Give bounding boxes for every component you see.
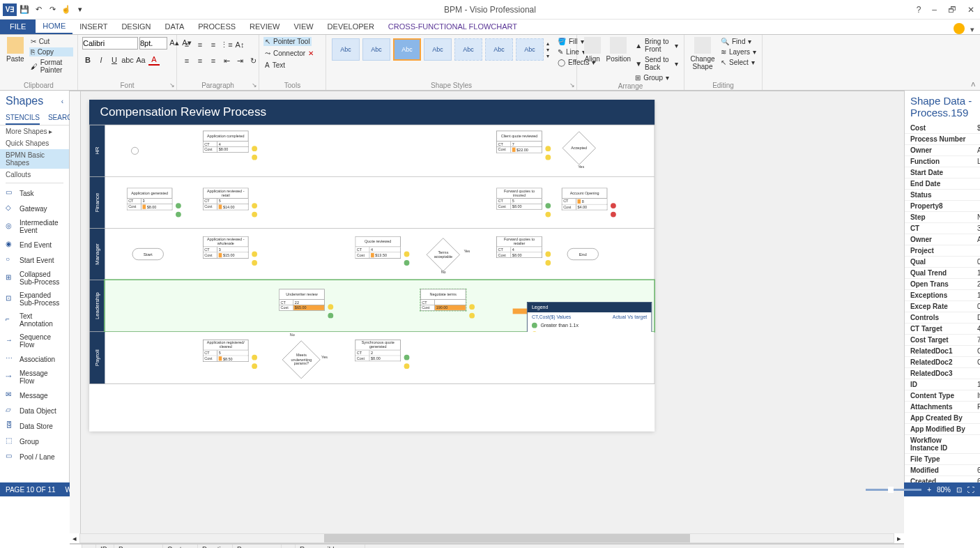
shape-data-row[interactable]: StepNegotiate terms <box>905 212 980 223</box>
help-icon[interactable]: ? <box>914 3 924 16</box>
node-sync-quote[interactable]: Synchronous quote generated CT2 Cost$8.0… <box>355 340 401 361</box>
shape-data-row[interactable]: Modified6/10/2013 <box>905 465 980 476</box>
start-event-icon[interactable] <box>131 147 139 155</box>
grid-header[interactable]: Process <box>233 545 282 548</box>
shape-data-row[interactable]: Created6/10/2013 <box>905 476 980 482</box>
tab-design[interactable]: DESIGN <box>114 19 158 34</box>
style-swatch-5[interactable]: Abc <box>454 38 482 61</box>
style-gallery-more-icon[interactable]: ▾ <box>546 53 549 59</box>
shape-item-sequence-flow[interactable]: →Sequence Flow <box>0 330 69 351</box>
shape-item-group[interactable]: ⬚Group <box>0 434 69 449</box>
select-button[interactable]: ↖ Select ▾ <box>719 58 758 67</box>
grid-header[interactable]: Duration <box>198 545 233 548</box>
grid-header[interactable] <box>82 545 96 548</box>
undo-icon[interactable]: ↶ <box>32 3 45 16</box>
shapestyles-dialog-launcher[interactable]: ↘ <box>569 82 575 89</box>
shape-data-row[interactable]: RelatedDoc1Original Terms <box>905 346 980 357</box>
start-terminator[interactable]: Start <box>132 248 164 260</box>
shape-data-row[interactable]: Process Number <box>905 134 980 145</box>
shape-data-row[interactable]: ID12 <box>905 379 980 390</box>
shape-data-row[interactable]: FunctionLeadership <box>905 156 980 167</box>
lane-manager[interactable]: Manager Start Application reviewed - who… <box>90 229 654 280</box>
shape-data-row[interactable]: ControlsDX <box>905 312 980 324</box>
drawing-page[interactable]: Compensation Review Process HR Applicati… <box>89 100 654 432</box>
shape-data-row[interactable]: Exceptions12 <box>905 290 980 301</box>
send-to-back-button[interactable]: ▼ Send to Back ▾ <box>634 55 680 72</box>
style-gallery-down-icon[interactable]: ▾ <box>546 47 549 53</box>
redo-icon[interactable]: ↷ <box>46 3 59 16</box>
format-painter-button[interactable]: 🖌 Format Painter <box>29 58 73 75</box>
visio-app-icon[interactable]: V∃ <box>3 3 17 16</box>
style-gallery-up-icon[interactable]: ▴ <box>546 40 549 47</box>
pointer-tool-button[interactable]: ↖ Pointer Tool <box>263 37 312 46</box>
style-swatch-1[interactable]: Abc <box>332 38 360 61</box>
align-left-icon[interactable]: ≡ <box>181 55 192 66</box>
shape-data-row[interactable]: Open Trans22 <box>905 279 980 290</box>
node-app-reviewed-retail[interactable]: Application reviewed - retail CT5 Cost$1… <box>203 188 249 210</box>
stencil-callouts[interactable]: Callouts <box>0 169 69 181</box>
change-shape-button[interactable]: Change Shape <box>689 37 717 70</box>
shape-data-row[interactable]: End Date <box>905 178 980 190</box>
feedback-smiley-icon[interactable] <box>954 23 965 34</box>
shape-item-gateway[interactable]: ◇Gateway <box>0 201 69 216</box>
node-client-quote-reviewed[interactable]: Client quote reviewed CT7 Cost$22.00 <box>496 130 542 153</box>
tab-insert[interactable]: INSERT <box>72 19 114 34</box>
shape-item-association[interactable]: ⋯Association <box>0 351 69 367</box>
zoom-slider[interactable] <box>866 489 921 491</box>
tab-crossfunctional[interactable]: CROSS-FUNCTIONAL FLOWCHART <box>381 19 524 34</box>
file-tab[interactable]: FILE <box>0 19 36 34</box>
shape-item-message[interactable]: ✉Message <box>0 388 69 403</box>
shape-item-collapsed-sub-process[interactable]: ⊞Collapsed Sub-Process <box>0 268 69 289</box>
collapse-ribbon-icon[interactable]: ʌ <box>971 79 976 89</box>
position-button[interactable]: Position <box>606 37 631 63</box>
shape-item-data-object[interactable]: ▱Data Object <box>0 403 69 418</box>
fit-page-icon[interactable]: ⊡ <box>956 486 962 494</box>
bring-to-front-button[interactable]: ▲ Bring to Front ▾ <box>634 37 680 54</box>
stencil-bpmn-basic[interactable]: BPMN Basic Shapes <box>0 149 69 169</box>
style-swatch-7[interactable]: Abc <box>516 38 544 61</box>
paragraph-dialog-launcher[interactable]: ↘ <box>252 82 257 89</box>
shape-data-row[interactable]: Cost$91.00 <box>905 123 980 134</box>
stencil-quick-shapes[interactable]: Quick Shapes <box>0 137 69 149</box>
shape-item-text-annotation[interactable]: ⌐Text Annotation <box>0 310 69 330</box>
bullets-icon[interactable]: ⋮≡ <box>221 39 232 50</box>
style-swatch-2[interactable]: Abc <box>362 38 390 61</box>
shape-data-row[interactable]: App Modified By <box>905 424 980 435</box>
node-app-generated[interactable]: Application generated CT3 Cost$8.00 <box>127 188 173 210</box>
lane-leadership[interactable]: Leadership Underwriter review CT22 Cost$… <box>90 280 654 332</box>
tab-data[interactable]: DATA <box>158 19 192 34</box>
align-center-icon[interactable]: ≡ <box>194 55 206 66</box>
shape-item-intermediate-event[interactable]: ◎Intermediate Event <box>0 216 69 237</box>
style-swatch-4[interactable]: Abc <box>424 38 452 61</box>
tab-developer[interactable]: DEVELOPER <box>321 19 381 34</box>
fullscreen-icon[interactable]: ⛶ <box>967 486 974 494</box>
tab-review[interactable]: REVIEW <box>243 19 286 34</box>
align-right-icon[interactable]: ≡ <box>208 55 219 66</box>
grid-header[interactable]: ID <box>96 545 114 548</box>
lane-hr[interactable]: HR Application completed CT4 Cost$8.00 <box>90 125 654 177</box>
end-terminator[interactable]: End <box>567 248 599 260</box>
shape-data-row[interactable]: Property8 <box>905 201 980 212</box>
shape-data-row[interactable]: Qual0.9 <box>905 257 980 268</box>
shape-data-row[interactable]: Qual Trend1.444 <box>905 268 980 279</box>
find-button[interactable]: 🔍 Find ▾ <box>719 37 758 46</box>
grid-header[interactable]: Cost <box>163 545 198 548</box>
shape-item-expanded-sub-process[interactable]: ⊡Expanded Sub-Process <box>0 289 69 310</box>
shape-data-row[interactable]: Cost Target71.401 <box>905 335 980 346</box>
shape-item-pool-lane[interactable]: ▭Pool / Lane <box>0 449 69 464</box>
style-swatch-3[interactable]: Abc <box>393 38 421 61</box>
shape-item-task[interactable]: ▭Task <box>0 185 69 201</box>
cut-button[interactable]: ✂ Cut <box>29 37 73 46</box>
node-account-opening[interactable]: Account Opening CT8 Cost$4.00 <box>562 188 608 210</box>
shape-data-row[interactable]: OwnerAlex Darrow <box>905 145 980 156</box>
horizontal-scrollbar[interactable]: ◂ ▸ <box>70 533 904 543</box>
shape-data-row[interactable]: RelatedDoc2Current Terms <box>905 357 980 368</box>
align-bottom-icon[interactable]: ≡ <box>208 39 219 50</box>
tab-process[interactable]: PROCESS <box>191 19 243 34</box>
shape-data-row[interactable]: File Type <box>905 454 980 465</box>
align-button[interactable]: Align <box>581 37 604 63</box>
grid-header[interactable] <box>282 545 296 548</box>
node-app-registered[interactable]: Application registered/ cleared CT5 Cost… <box>203 340 249 362</box>
font-size-select[interactable] <box>139 37 167 50</box>
underline-button[interactable]: U <box>109 54 120 66</box>
